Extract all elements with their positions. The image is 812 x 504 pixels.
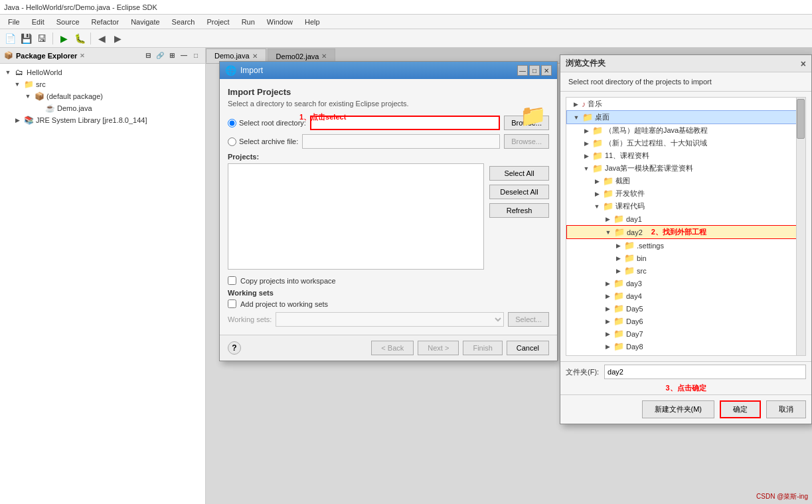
toolbar-sep-1 [52, 33, 53, 44]
scrollbar-thumb[interactable] [797, 99, 805, 139]
dialog-maximize-btn[interactable]: □ [529, 65, 540, 76]
cancel-btn[interactable]: Cancel [507, 341, 549, 355]
next-btn[interactable]: Next > [418, 341, 459, 355]
toolbar-back[interactable]: ◀ [94, 31, 109, 46]
menu-edit[interactable]: Edit [27, 17, 50, 27]
ft-label-course-material: 11、课程资料 [605, 151, 649, 161]
ft-java-module[interactable]: ▼ 📁 Java第一模块配套课堂资料 [566, 162, 805, 175]
copy-projects-checkbox[interactable] [228, 276, 236, 285]
archive-file-input[interactable] [302, 134, 500, 149]
toolbar-run[interactable]: ▶ [56, 31, 71, 46]
ft-bin[interactable]: ▶ 📁 bin [566, 252, 805, 264]
toolbar-forward[interactable]: ▶ [110, 31, 125, 46]
minimize-icon[interactable]: — [179, 50, 189, 61]
ft-arrow-bin: ▶ [614, 255, 622, 262]
ft-day2[interactable]: ▼ 📁 day2 2、找到外部工程 [566, 225, 805, 239]
ft-course-code[interactable]: ▼ 📁 课程代码 [566, 200, 805, 212]
ft-settings[interactable]: ▶ 📁 .settings [566, 239, 805, 252]
dialog-close-btn[interactable]: ✕ [541, 65, 552, 76]
maximize-icon[interactable]: □ [191, 50, 201, 61]
library-icon: 📚 [23, 115, 34, 126]
file-input[interactable] [604, 365, 806, 379]
menu-window[interactable]: Window [262, 17, 298, 27]
scrollbar-track[interactable] [796, 98, 805, 355]
ft-label-new-process: （新）五大过程组、十大知识域 [605, 138, 707, 148]
tree-item-helloworld[interactable]: ▼ 🗂 HelloWorld [3, 66, 203, 78]
projects-list[interactable] [228, 163, 484, 270]
ft-icon-screenshot: 📁 [603, 176, 613, 186]
form-row-archive: Select archive file: Browse... [228, 134, 549, 149]
add-working-sets-checkbox[interactable] [228, 299, 236, 308]
refresh-btn[interactable]: Refresh [489, 203, 549, 218]
ft-screenshot[interactable]: ▶ 📁 截图 [566, 175, 805, 187]
deselect-all-btn[interactable]: Deselect All [489, 185, 549, 199]
ft-day6[interactable]: ▶ 📁 Day6 [566, 315, 805, 327]
folder-icon-large: 📁 [520, 103, 546, 128]
radio-root-label[interactable]: Select root directory: [228, 119, 306, 127]
ft-label-day3: day3 [626, 280, 642, 288]
ft-icon-new-process: 📁 [592, 138, 603, 148]
ft-src[interactable]: ▶ 📁 src [566, 264, 805, 277]
tree-item-demo-java[interactable]: ☕ Demo.java [3, 102, 203, 114]
app-title: Java - HelloWorld/src/Demo.java - Eclips… [4, 3, 157, 11]
ft-arrow-screenshot: ▶ [593, 178, 601, 185]
collapse-icon[interactable]: ⊟ [143, 50, 153, 61]
ft-day3[interactable]: ▶ 📁 day3 [566, 277, 805, 290]
file-browser-close-btn[interactable]: × [801, 58, 806, 69]
menu-help[interactable]: Help [299, 17, 325, 27]
back-btn[interactable]: < Back [371, 341, 414, 355]
menu-project[interactable]: Project [201, 17, 234, 27]
ft-day1[interactable]: ▶ 📁 day1 [566, 212, 805, 225]
select-working-sets-btn[interactable]: Select... [508, 312, 549, 327]
project-icon: 🗂 [14, 67, 25, 78]
menu-refactor[interactable]: Refactor [86, 17, 125, 27]
add-working-sets-label: Add project to working sets [240, 300, 328, 308]
radio-archive[interactable] [228, 137, 236, 146]
radio-archive-label[interactable]: Select archive file: [228, 137, 298, 146]
radio-root[interactable] [228, 119, 236, 127]
import-dialog-titlebar: 🌐 Import — □ ✕ [220, 62, 557, 79]
ft-day5[interactable]: ▶ 📁 Day5 [566, 302, 805, 315]
confirm-btn[interactable]: 确定 [720, 400, 761, 418]
ft-music[interactable]: ▶ ♪ 音乐 [566, 98, 805, 110]
import-section-title: Import Projects [228, 87, 549, 97]
link-icon[interactable]: 🔗 [155, 50, 165, 61]
toolbar-save[interactable]: 💾 [19, 31, 33, 46]
ft-course-material[interactable]: ▶ 📁 11、课程资料 [566, 149, 805, 162]
ft-new-process[interactable]: ▶ 📁 （新）五大过程组、十大知识域 [566, 137, 805, 149]
working-sets-select[interactable] [276, 312, 504, 327]
new-folder-btn[interactable]: 新建文件夹(M) [642, 400, 715, 418]
help-btn[interactable]: ? [228, 341, 241, 355]
tree-item-src[interactable]: ▼ 📁 src [3, 78, 203, 90]
menu-navigate[interactable]: Navigate [125, 17, 165, 27]
file-browser-title-text: 浏览文件夹 [566, 58, 606, 69]
menu-run[interactable]: Run [236, 17, 260, 27]
ft-day7[interactable]: ▶ 📁 Day7 [566, 327, 805, 340]
ft-icon-heima: 📁 [592, 126, 603, 135]
browse-archive-btn[interactable]: Browse... [504, 134, 549, 149]
menu-search[interactable]: Search [167, 17, 201, 27]
dialog-minimize-btn[interactable]: — [517, 65, 528, 76]
ft-desktop[interactable]: ▼ 📁 桌面 [566, 110, 805, 124]
tree-item-default-pkg[interactable]: ▼ 📦 (default package) [3, 90, 203, 102]
select-all-btn[interactable]: Select All [489, 166, 549, 181]
arrow-jre: ▶ [13, 117, 21, 124]
menu-file[interactable]: File [3, 17, 25, 27]
ft-heima[interactable]: ▶ 📁 （黑马）超哇塞的Java基础教程 [566, 124, 805, 137]
ft-icon-java-module: 📁 [592, 163, 603, 173]
finish-btn[interactable]: Finish [463, 341, 502, 355]
ft-dev-software[interactable]: ▶ 📁 开发软件 [566, 187, 805, 200]
ft-icon-desktop: 📁 [582, 112, 593, 122]
file-tree-area[interactable]: ▶ ♪ 音乐 ▼ 📁 桌面 ▶ 📁 （黑马）超哇塞的Java基础教程 [566, 97, 806, 356]
expand-icon[interactable]: ⊞ [167, 50, 177, 61]
menu-source[interactable]: Source [51, 17, 85, 27]
toolbar-new[interactable]: 📄 [3, 31, 17, 46]
tree-item-jre[interactable]: ▶ 📚 JRE System Library [jre1.8.0_144] [3, 114, 203, 126]
ft-icon-course-material: 📁 [592, 151, 603, 161]
ft-day4[interactable]: ▶ 📁 day4 [566, 290, 805, 302]
ft-icon-day4: 📁 [613, 291, 624, 301]
ft-day8[interactable]: ▶ 📁 Day8 [566, 340, 805, 353]
toolbar-save-all[interactable]: 🖫 [35, 31, 49, 46]
fb-cancel-btn[interactable]: 取消 [766, 400, 806, 418]
toolbar-debug[interactable]: 🐛 [72, 31, 87, 46]
